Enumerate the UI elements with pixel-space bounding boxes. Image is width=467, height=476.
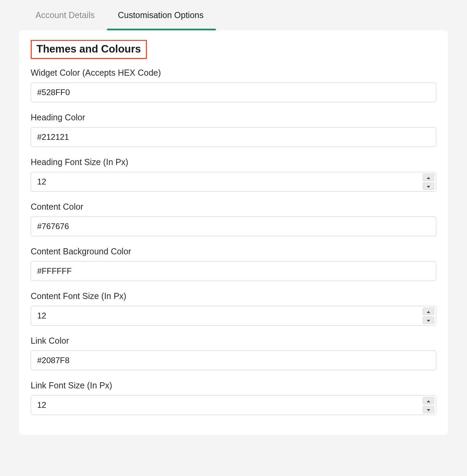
- content-font-size-stepper: [423, 308, 434, 324]
- content-bg-color-label: Content Background Color: [31, 247, 436, 256]
- content-color-input[interactable]: [31, 217, 436, 236]
- field-content-color: Content Color: [31, 202, 436, 236]
- section-title: Themes and Colours: [36, 43, 141, 55]
- widget-color-input[interactable]: [31, 83, 436, 102]
- caret-down-icon: [427, 318, 430, 323]
- tabs: Account Details Customisation Options: [19, 0, 448, 30]
- field-heading-font-size: Heading Font Size (In Px): [31, 157, 436, 192]
- stepper-up-button[interactable]: [423, 308, 434, 315]
- stepper-up-button[interactable]: [423, 397, 434, 404]
- field-content-font-size: Content Font Size (In Px): [31, 291, 436, 326]
- field-link-font-size: Link Font Size (In Px): [31, 381, 436, 415]
- caret-down-icon: [427, 184, 430, 189]
- widget-color-label: Widget Color (Accepts HEX Code): [31, 68, 436, 78]
- section-title-highlight: Themes and Colours: [31, 40, 147, 59]
- heading-font-size-input[interactable]: [31, 172, 436, 192]
- field-content-bg-color: Content Background Color: [31, 247, 436, 281]
- field-link-color: Link Color: [31, 336, 436, 370]
- content-color-label: Content Color: [31, 202, 436, 212]
- content-font-size-input[interactable]: [31, 306, 436, 326]
- settings-card: Themes and Colours Widget Color (Accepts…: [19, 30, 448, 435]
- caret-down-icon: [427, 407, 430, 412]
- link-color-label: Link Color: [31, 336, 436, 346]
- content-font-size-label: Content Font Size (In Px): [31, 291, 436, 301]
- heading-color-input[interactable]: [31, 127, 436, 147]
- tab-account-details[interactable]: Account Details: [35, 0, 106, 30]
- stepper-down-button[interactable]: [423, 406, 434, 413]
- content-bg-color-input[interactable]: [31, 261, 436, 281]
- heading-font-size-stepper: [423, 174, 434, 190]
- caret-up-icon: [427, 309, 430, 314]
- field-widget-color: Widget Color (Accepts HEX Code): [31, 68, 436, 102]
- stepper-up-button[interactable]: [423, 174, 434, 181]
- field-heading-color: Heading Color: [31, 113, 436, 147]
- caret-up-icon: [427, 398, 430, 403]
- link-color-input[interactable]: [31, 351, 436, 370]
- heading-font-size-label: Heading Font Size (In Px): [31, 157, 436, 167]
- stepper-down-button[interactable]: [423, 182, 434, 190]
- link-font-size-label: Link Font Size (In Px): [31, 381, 436, 390]
- caret-up-icon: [427, 175, 430, 180]
- stepper-down-button[interactable]: [423, 316, 434, 324]
- link-font-size-input[interactable]: [31, 395, 436, 415]
- tab-customisation-options[interactable]: Customisation Options: [118, 0, 215, 30]
- link-font-size-stepper: [423, 397, 434, 413]
- heading-color-label: Heading Color: [31, 113, 436, 122]
